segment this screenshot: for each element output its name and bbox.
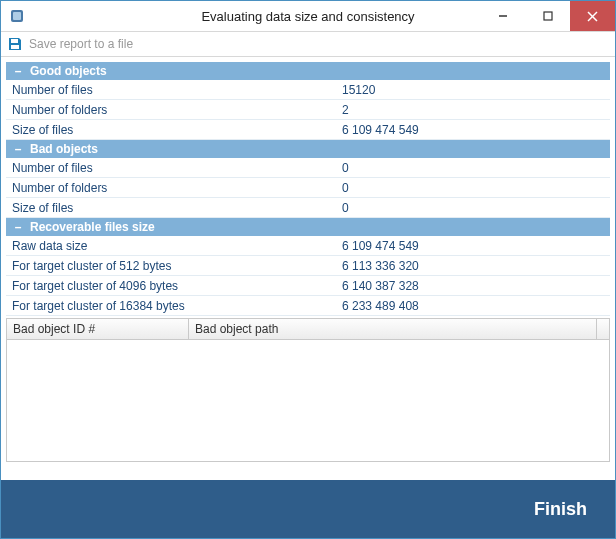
svg-rect-3: [544, 12, 552, 20]
row-bad-folders: Number of folders 0: [6, 178, 610, 198]
section-header-good[interactable]: – Good objects: [6, 62, 610, 80]
value: 6 113 336 320: [336, 259, 610, 273]
bad-objects-table-header: Bad object ID # Bad object path: [6, 318, 610, 340]
label: Number of files: [6, 83, 336, 97]
label: For target cluster of 4096 bytes: [6, 279, 336, 293]
row-recov-raw: Raw data size 6 109 474 549: [6, 236, 610, 256]
column-header-id[interactable]: Bad object ID #: [7, 319, 189, 339]
value: 6 109 474 549: [336, 239, 610, 253]
section-title: Good objects: [30, 64, 107, 78]
label: Number of folders: [6, 103, 336, 117]
save-icon[interactable]: [7, 36, 23, 52]
row-good-files: Number of files 15120: [6, 80, 610, 100]
column-header-path[interactable]: Bad object path: [189, 319, 597, 339]
column-header-spacer: [597, 319, 609, 339]
footer-bar: Finish: [1, 480, 615, 538]
value: 0: [336, 181, 610, 195]
value: 2: [336, 103, 610, 117]
svg-rect-6: [11, 39, 18, 43]
label: Size of files: [6, 123, 336, 137]
app-icon: [9, 8, 25, 24]
toolbar: Save report to a file: [1, 31, 615, 57]
minimize-button[interactable]: [480, 1, 525, 31]
svg-rect-7: [11, 45, 19, 49]
collapse-icon[interactable]: –: [12, 64, 24, 78]
section-title: Recoverable files size: [30, 220, 155, 234]
row-good-folders: Number of folders 2: [6, 100, 610, 120]
label: For target cluster of 16384 bytes: [6, 299, 336, 313]
value: 0: [336, 161, 610, 175]
window-controls: [480, 1, 615, 31]
close-button[interactable]: [570, 1, 615, 31]
section-title: Bad objects: [30, 142, 98, 156]
bad-objects-table-body: [6, 340, 610, 462]
maximize-button[interactable]: [525, 1, 570, 31]
label: Raw data size: [6, 239, 336, 253]
save-report-button[interactable]: Save report to a file: [29, 37, 133, 51]
value: 15120: [336, 83, 610, 97]
row-recov-512: For target cluster of 512 bytes 6 113 33…: [6, 256, 610, 276]
row-recov-16384: For target cluster of 16384 bytes 6 233 …: [6, 296, 610, 316]
titlebar: Evaluating data size and consistency: [1, 1, 615, 31]
section-header-bad[interactable]: – Bad objects: [6, 140, 610, 158]
collapse-icon[interactable]: –: [12, 142, 24, 156]
content-area: – Good objects Number of files 15120 Num…: [1, 57, 615, 462]
row-recov-4096: For target cluster of 4096 bytes 6 140 3…: [6, 276, 610, 296]
svg-rect-1: [13, 12, 21, 20]
row-good-size: Size of files 6 109 474 549: [6, 120, 610, 140]
label: Size of files: [6, 201, 336, 215]
label: Number of files: [6, 161, 336, 175]
row-bad-files: Number of files 0: [6, 158, 610, 178]
value: 6 109 474 549: [336, 123, 610, 137]
value: 6 233 489 408: [336, 299, 610, 313]
label: Number of folders: [6, 181, 336, 195]
section-header-recoverable[interactable]: – Recoverable files size: [6, 218, 610, 236]
value: 6 140 387 328: [336, 279, 610, 293]
collapse-icon[interactable]: –: [12, 220, 24, 234]
value: 0: [336, 201, 610, 215]
finish-button[interactable]: Finish: [534, 499, 587, 520]
row-bad-size: Size of files 0: [6, 198, 610, 218]
label: For target cluster of 512 bytes: [6, 259, 336, 273]
